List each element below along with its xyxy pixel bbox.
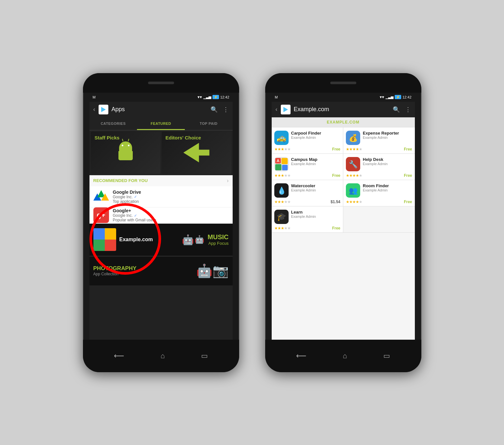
right-phone-top-bar [265, 73, 421, 93]
right-signal-icon: ▁▃▅ [386, 95, 393, 99]
left-phone-screen: M ▾▾ ▁▃▅ ⚡ 12:42 ‹ Apps 🔍 ⋮ [89, 93, 233, 340]
staff-picks-banner[interactable]: Staff Picks [91, 132, 160, 174]
expense-dev: Example Admin [363, 136, 412, 139]
left-app-title: Apps [112, 106, 207, 113]
right-home-nav-icon[interactable]: ⌂ [343, 352, 347, 360]
back-nav-icon[interactable]: ⟵ [114, 352, 124, 360]
app-cell-learn[interactable]: 🎓 Learn Example Admin ★★★★★ [272, 206, 344, 232]
editors-arrow-icon [184, 143, 210, 163]
campus-stars-price: ★★★★★ Free [274, 173, 341, 178]
android-mascot-left [116, 141, 135, 164]
google-drive-info: Google Drive Google Inc. ✓ Top applicati… [113, 190, 229, 204]
google-plus-dev: Google Inc. ✓ [113, 213, 229, 218]
right-menu-icon[interactable]: ⋮ [405, 106, 411, 113]
svg-text:💰: 💰 [349, 134, 358, 142]
left-status-right: ▾▾ ▁▃▅ ⚡ 12:42 [198, 95, 229, 99]
photography-sub: App Collection [93, 272, 137, 276]
list-item-google-drive[interactable]: Google Drive Google Inc. ✓ Top applicati… [89, 186, 233, 207]
app-grid-row-3: 💧 Watercooler Example Admin ★★★★★ [272, 180, 415, 206]
watercooler-dev: Example Admin [291, 188, 341, 192]
roomfinder-meta: Room Finder Example Admin [363, 183, 412, 192]
right-back-nav-icon[interactable]: ⟵ [296, 352, 306, 360]
example-com-section-header: EXAMPLE.COM [272, 117, 415, 127]
recents-nav-icon[interactable]: ▭ [201, 352, 208, 360]
right-recents-nav-icon[interactable]: ▭ [383, 352, 390, 360]
carpool-stars-price: ★★★★★ Free [274, 147, 341, 151]
app-cell-campus[interactable]: A Campus Map Example Admin [272, 154, 344, 180]
left-menu-icon[interactable]: ⋮ [223, 106, 229, 113]
banner-row: Staff Picks Editors' Choice [89, 130, 233, 175]
roomfinder-stars-price: ★★★★★ Free [346, 200, 412, 204]
recommended-label: RECOMMENDED FOR YOU [93, 178, 148, 183]
svg-text:💧: 💧 [277, 186, 286, 195]
list-item-google-plus[interactable]: g+ Google+ Google Inc. ✓ Popular with Gm… [89, 207, 233, 224]
right-battery-icon: ⚡ [395, 95, 401, 99]
carpool-meta: Carpool Finder Example Admin [291, 131, 341, 139]
app-cell-expense[interactable]: 💰 Expense Reporter Example Admin ★★★★★ [343, 127, 415, 153]
editors-choice-banner[interactable]: Editors' Choice [162, 132, 231, 174]
tab-top-paid[interactable]: TOP PAID [185, 117, 233, 130]
expense-stars-price: ★★★★★ Free [346, 147, 412, 151]
left-status-bar: M ▾▾ ▁▃▅ ⚡ 12:42 [89, 93, 233, 102]
expense-name: Expense Reporter [363, 131, 412, 136]
app-cell-roomfinder[interactable]: 👥 Room Finder Example Admin ★★★★★ [343, 180, 415, 206]
photography-promo-banner[interactable]: PHOTOGRAPHY App Collection 🤖📷 [89, 256, 233, 285]
svg-rect-17 [281, 158, 288, 164]
right-phone-screen: M ▾▾ ▁▃▅ ⚡ 12:42 ‹ Example.com 🔍 ⋮ [272, 93, 415, 340]
svg-rect-6 [93, 228, 105, 240]
home-nav-icon[interactable]: ⌂ [160, 352, 165, 360]
left-phone: M ▾▾ ▁▃▅ ⚡ 12:42 ‹ Apps 🔍 ⋮ [83, 73, 239, 372]
tab-featured[interactable]: FEATURED [137, 117, 185, 130]
watercooler-meta: Watercooler Example Admin [291, 183, 341, 192]
google-plus-sub: Popular with Gmail users [113, 218, 229, 222]
tab-categories[interactable]: CATEGORIES [89, 117, 137, 130]
right-back-button[interactable]: ‹ [276, 106, 278, 113]
expense-meta: Expense Reporter Example Admin [363, 131, 412, 139]
watercooler-icon: 💧 [274, 183, 289, 198]
right-phone-bottom-bar: ⟵ ⌂ ▭ [265, 340, 421, 372]
svg-rect-19 [282, 164, 287, 170]
helpdesk-price: Free [404, 173, 412, 178]
photography-promo-text: PHOTOGRAPHY App Collection [93, 265, 137, 276]
left-back-button[interactable]: ‹ [93, 106, 95, 113]
learn-icon: 🎓 [274, 210, 289, 224]
app-grid-row-1: 🚕 Carpool Finder Example Admin ★★★★★ [272, 127, 415, 154]
carpool-stars: ★★★★★ [274, 147, 291, 151]
left-app-bar: ‹ Apps 🔍 ⋮ [89, 102, 233, 117]
app-cell-helpdesk[interactable]: 🔧 Help Desk Example Admin ★★★★★ [343, 154, 415, 180]
app-cell-carpool[interactable]: 🚕 Carpool Finder Example Admin ★★★★★ [272, 127, 344, 153]
left-search-icon[interactable]: 🔍 [211, 106, 218, 113]
right-status-right: ▾▾ ▁▃▅ ⚡ 12:42 [380, 95, 412, 99]
left-phone-top-bar [83, 73, 239, 93]
example-promo-logo [93, 228, 116, 251]
right-time: 12:42 [402, 95, 412, 99]
svg-text:🔧: 🔧 [349, 160, 358, 169]
left-phone-speaker [148, 82, 174, 84]
svg-text:👥: 👥 [349, 186, 358, 195]
carpool-price: Free [332, 147, 340, 151]
campus-dev: Example Admin [291, 162, 341, 166]
campus-stars: ★★★★★ [274, 173, 291, 178]
expense-stars: ★★★★★ [346, 147, 362, 151]
svg-rect-7 [105, 228, 116, 240]
music-title: MUSIC [208, 233, 228, 241]
left-app-bar-icons: 🔍 ⋮ [211, 106, 229, 113]
music-promo: MUSIC App Focus [208, 233, 228, 246]
app-grid-row-2: A Campus Map Example Admin [272, 154, 415, 180]
verified-badge-drive: ✓ [134, 195, 137, 199]
right-search-icon[interactable]: 🔍 [393, 106, 400, 113]
example-promo-banner[interactable]: Example.com 🤖 🤖 MUSIC App Focus [89, 224, 233, 256]
expense-icon: 💰 [346, 131, 360, 145]
left-scroll-content: Staff Picks Editors' Choice [89, 130, 233, 340]
google-drive-sub: Top application [113, 199, 229, 204]
svg-rect-8 [93, 240, 105, 251]
right-app-title: Example.com [294, 106, 389, 113]
learn-stars-price: ★★★★★ Free [274, 226, 341, 230]
left-battery-icon: ⚡ [212, 95, 219, 99]
app-cell-watercooler[interactable]: 💧 Watercooler Example Admin ★★★★★ [272, 180, 344, 206]
google-drive-icon [93, 189, 109, 204]
recommended-header[interactable]: RECOMMENDED FOR YOU › [89, 175, 233, 186]
app-grid-row-4: 🎓 Learn Example Admin ★★★★★ [272, 206, 415, 233]
google-drive-dev: Google Inc. ✓ [113, 195, 229, 199]
learn-meta: Learn Example Admin [291, 210, 341, 218]
